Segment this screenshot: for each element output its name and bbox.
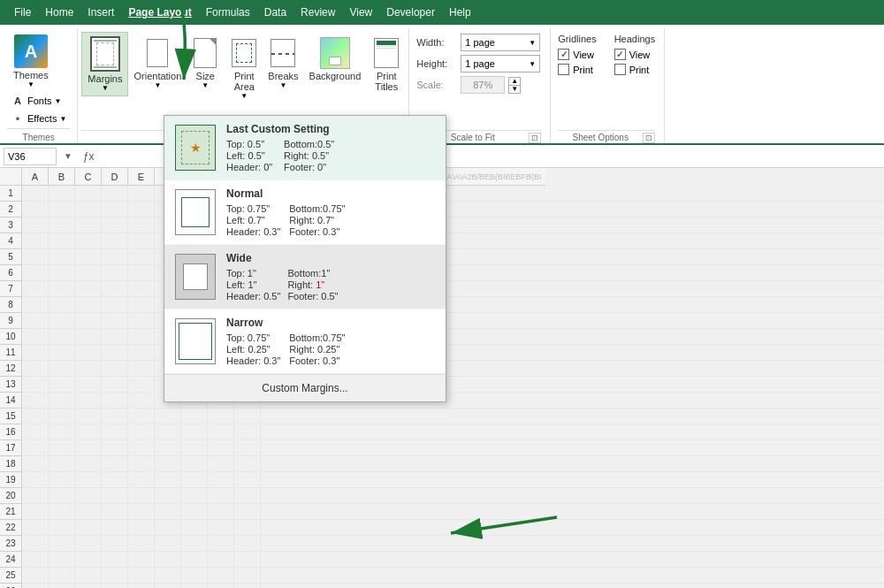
- grid-cell[interactable]: [22, 297, 49, 313]
- grid-cell[interactable]: [128, 456, 155, 472]
- grid-cell[interactable]: [181, 552, 208, 568]
- grid-cell[interactable]: [49, 345, 75, 361]
- grid-cell[interactable]: [128, 345, 155, 361]
- grid-cell[interactable]: [181, 456, 208, 472]
- grid-cell[interactable]: [208, 488, 234, 504]
- grid-cell[interactable]: [208, 520, 234, 536]
- grid-cell[interactable]: [75, 568, 102, 584]
- headings-view-checkbox[interactable]: ✓: [614, 49, 626, 60]
- row-header[interactable]: 17: [0, 440, 22, 456]
- grid-cell[interactable]: [155, 424, 181, 440]
- grid-cell[interactable]: [49, 377, 75, 393]
- grid-cell[interactable]: [102, 504, 128, 520]
- grid-cell[interactable]: [49, 218, 75, 233]
- grid-cell[interactable]: [234, 488, 261, 504]
- grid-cell[interactable]: [102, 568, 128, 584]
- grid-cell[interactable]: [128, 536, 155, 552]
- breaks-button[interactable]: Breaks ▼: [264, 32, 301, 93]
- grid-cell[interactable]: [49, 361, 75, 377]
- grid-cell[interactable]: [22, 472, 49, 488]
- menu-help[interactable]: Help: [442, 3, 478, 22]
- grid-cell[interactable]: [234, 552, 261, 568]
- col-header-d[interactable]: D: [102, 168, 128, 186]
- grid-cell[interactable]: [102, 281, 128, 297]
- grid-cell[interactable]: [49, 488, 75, 504]
- row-header[interactable]: 10: [0, 329, 22, 345]
- grid-cell[interactable]: [128, 265, 155, 281]
- row-header[interactable]: 7: [0, 281, 22, 297]
- grid-cell[interactable]: [102, 297, 128, 313]
- grid-cell[interactable]: [155, 552, 181, 568]
- grid-cell[interactable]: [208, 504, 234, 520]
- grid-cell[interactable]: [181, 584, 208, 588]
- menu-review[interactable]: Review: [293, 3, 342, 22]
- grid-cell[interactable]: [75, 202, 102, 218]
- grid-cell[interactable]: [128, 409, 155, 424]
- col-header-a[interactable]: A: [22, 168, 49, 186]
- row-header[interactable]: 11: [0, 345, 22, 361]
- grid-cell[interactable]: [22, 409, 49, 424]
- grid-cell[interactable]: [49, 281, 75, 297]
- grid-cell[interactable]: [155, 504, 181, 520]
- grid-cell[interactable]: [22, 281, 49, 297]
- margin-item-narrow[interactable]: Narrow Top: 0.75"Bottom:0.75" Left: 0.25…: [164, 309, 446, 374]
- grid-cell[interactable]: [234, 472, 261, 488]
- grid-cell[interactable]: [22, 265, 49, 281]
- grid-cell[interactable]: [102, 345, 128, 361]
- grid-cell[interactable]: [102, 488, 128, 504]
- row-header[interactable]: 24: [0, 552, 22, 568]
- col-header-c[interactable]: C: [75, 168, 102, 186]
- grid-cell[interactable]: [128, 520, 155, 536]
- grid-cell[interactable]: [208, 536, 234, 552]
- grid-cell[interactable]: [22, 568, 49, 584]
- grid-cell[interactable]: [128, 361, 155, 377]
- grid-cell[interactable]: [208, 584, 234, 588]
- grid-cell[interactable]: [49, 536, 75, 552]
- headings-print-checkbox[interactable]: [614, 64, 626, 75]
- grid-cell[interactable]: [22, 377, 49, 393]
- grid-cell[interactable]: [181, 536, 208, 552]
- grid-cell[interactable]: [22, 456, 49, 472]
- grid-cell[interactable]: [155, 584, 181, 588]
- grid-cell[interactable]: [75, 281, 102, 297]
- grid-cell[interactable]: [75, 297, 102, 313]
- grid-cell[interactable]: [102, 536, 128, 552]
- col-header-e[interactable]: E: [128, 168, 155, 186]
- grid-cell[interactable]: [75, 313, 102, 329]
- grid-cell[interactable]: [49, 393, 75, 409]
- grid-cell[interactable]: [208, 424, 234, 440]
- grid-cell[interactable]: [128, 568, 155, 584]
- grid-cell[interactable]: [22, 584, 49, 588]
- grid-cell[interactable]: [75, 265, 102, 281]
- row-header[interactable]: 15: [0, 409, 22, 424]
- grid-cell[interactable]: [75, 233, 102, 249]
- grid-cell[interactable]: [22, 393, 49, 409]
- grid-cell[interactable]: [75, 440, 102, 456]
- grid-cell[interactable]: [181, 488, 208, 504]
- grid-cell[interactable]: [102, 249, 128, 265]
- grid-cell[interactable]: [102, 233, 128, 249]
- grid-cell[interactable]: [49, 249, 75, 265]
- grid-cell[interactable]: [102, 313, 128, 329]
- gridlines-view-checkbox[interactable]: ✓: [558, 49, 569, 60]
- grid-cell[interactable]: [102, 552, 128, 568]
- margins-button[interactable]: Margins ▼: [81, 32, 128, 96]
- custom-margins-button[interactable]: Custom Margins...: [164, 374, 446, 401]
- grid-cell[interactable]: [22, 186, 49, 202]
- row-header[interactable]: 5: [0, 249, 22, 265]
- expand-button[interactable]: ▼: [60, 151, 76, 161]
- height-dropdown[interactable]: 1 page ▼: [461, 55, 540, 73]
- row-header[interactable]: 16: [0, 424, 22, 440]
- grid-cell[interactable]: [234, 584, 261, 588]
- grid-cell[interactable]: [128, 393, 155, 409]
- grid-cell[interactable]: [102, 393, 128, 409]
- grid-cell[interactable]: [75, 456, 102, 472]
- grid-cell[interactable]: [22, 361, 49, 377]
- grid-cell[interactable]: [22, 218, 49, 233]
- grid-cell[interactable]: [128, 552, 155, 568]
- grid-cell[interactable]: [102, 409, 128, 424]
- grid-cell[interactable]: [234, 504, 261, 520]
- grid-cell[interactable]: [22, 249, 49, 265]
- grid-cell[interactable]: [75, 424, 102, 440]
- col-header-b[interactable]: B: [49, 168, 75, 186]
